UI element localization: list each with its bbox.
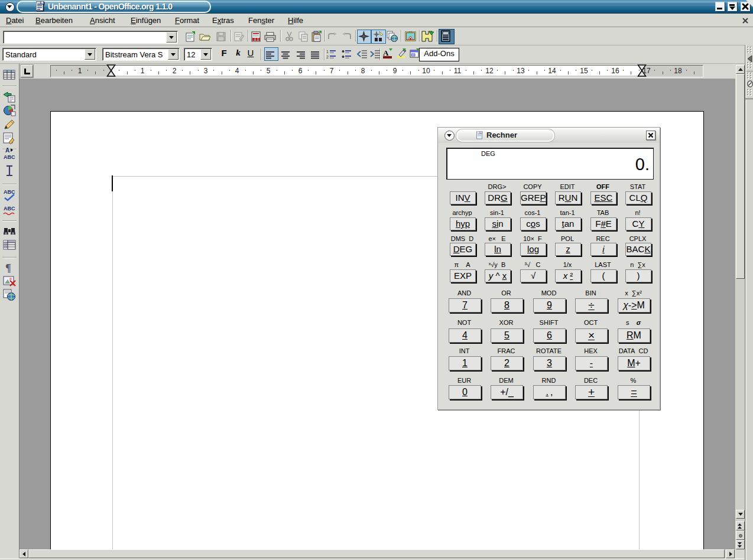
svg-text:ABC: ABC xyxy=(4,206,15,211)
svg-text:2: 2 xyxy=(326,55,329,59)
svg-text:1: 1 xyxy=(326,50,329,54)
svg-text:A: A xyxy=(383,48,389,57)
svg-text:¶: ¶ xyxy=(5,262,11,274)
svg-text:ABC: ABC xyxy=(4,154,15,160)
svg-text:A: A xyxy=(5,147,9,154)
